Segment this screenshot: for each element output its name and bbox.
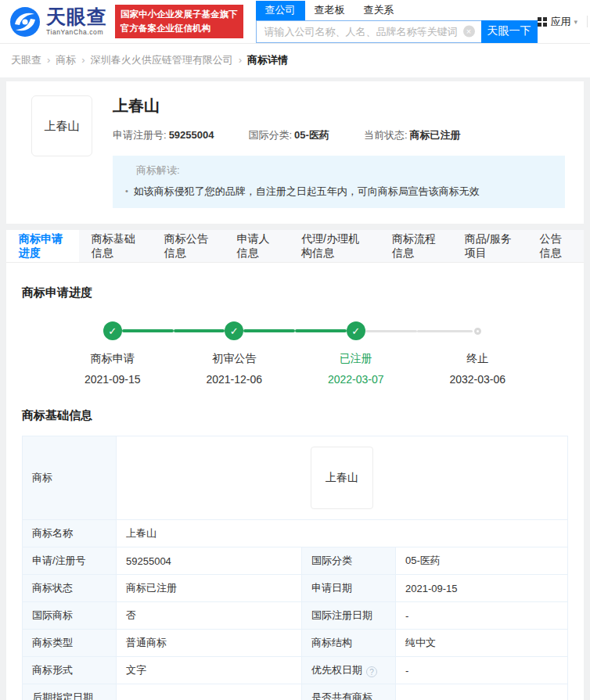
progress-timeline: ✓商标申请2021-09-15✓初审公告2021-12-06✓已注册2022-0… xyxy=(22,321,568,386)
table-value-text: 05-医药 xyxy=(405,555,441,566)
basic-info-table: 商标上春山商标名称上春山申请/注册号59255004国际分类05-医药商标状态商… xyxy=(22,436,568,700)
search-type-tab[interactable]: 查公司 xyxy=(256,1,305,20)
divider xyxy=(587,16,588,27)
page-title: 上春山 xyxy=(113,95,565,117)
table-label-text: 商标名称 xyxy=(32,527,73,539)
summary-info-label: 当前状态: xyxy=(364,129,408,141)
table-label-cell: 国际分类 xyxy=(302,547,396,575)
table-label-text: 优先权日期 xyxy=(311,664,362,676)
search-button[interactable]: 天眼一下 xyxy=(481,20,538,43)
search-area: 查公司查老板查关系 × 天眼一下 xyxy=(256,1,538,43)
main-tab[interactable]: 公告信息 xyxy=(527,230,584,262)
timeline-connector xyxy=(417,330,473,332)
chevron-down-icon: ▾ xyxy=(574,18,578,26)
summary-info-value: 05-医药 xyxy=(294,129,329,141)
table-value-cell: 商标已注册 xyxy=(117,575,302,602)
table-value-cell: 文字 xyxy=(117,657,302,684)
table-label-text: 商标类型 xyxy=(32,637,73,648)
breadcrumb-link[interactable]: 天眼查 xyxy=(11,54,41,66)
table-label-text: 商标形式 xyxy=(32,664,73,676)
table-label-text: 国际分类 xyxy=(311,555,352,566)
timeline-step-name: 已注册 xyxy=(295,352,417,366)
logo-title: 天眼查 xyxy=(46,7,107,27)
table-row: 后期指定日期?-是否共有商标?否 xyxy=(23,684,568,700)
logo-subtitle: TianYanCha.com xyxy=(46,29,107,36)
timeline-connector xyxy=(295,329,347,332)
timeline-dot-row: ✓ xyxy=(295,321,417,340)
trademark-thumbnail: 上春山 xyxy=(31,95,92,156)
table-label-text: 商标状态 xyxy=(32,582,73,594)
table-value-text: 普通商标 xyxy=(126,637,167,648)
main-tab[interactable]: 代理/办理机构信息 xyxy=(289,230,380,262)
table-value-cell: - xyxy=(117,684,302,700)
table-label-text: 申请/注册号 xyxy=(32,555,86,566)
table-label-text: 是否共有商标 xyxy=(311,691,372,700)
table-value-cell: 上春山 xyxy=(117,436,568,520)
timeline-connector xyxy=(174,329,225,332)
clear-icon[interactable]: × xyxy=(463,26,475,38)
table-value-cell: 纯中文 xyxy=(396,630,568,657)
table-label-cell: 商标名称 xyxy=(23,520,117,547)
table-label-cell: 商标状态 xyxy=(23,575,117,602)
table-row: 商标类型普通商标商标结构纯中文 xyxy=(23,630,568,657)
search-type-tabs: 查公司查老板查关系 xyxy=(256,1,538,20)
main-tab[interactable]: 申请人信息 xyxy=(224,230,289,262)
summary-info-pair: 国际分类:05-医药 xyxy=(248,128,329,142)
table-row: 商标名称上春山 xyxy=(23,520,568,547)
breadcrumb-current: 商标详情 xyxy=(247,54,288,66)
badge-line-1: 国家中小企业发展子基金旗下 xyxy=(121,8,238,21)
trademark-summary-card: 上春山 上春山 申请注册号:59255004国际分类:05-医药当前状态:商标已… xyxy=(6,81,584,224)
timeline-step-name: 初审公告 xyxy=(174,352,296,366)
badge-line-2: 官方备案企业征信机构 xyxy=(121,22,238,35)
help-icon[interactable]: ? xyxy=(366,666,377,677)
timeline-step-date: 2032-03-06 xyxy=(417,373,539,386)
table-value-text: - xyxy=(405,665,408,677)
timeline-step: ✓初审公告2021-12-06 xyxy=(174,321,296,386)
main-tab[interactable]: 商标公告信息 xyxy=(152,230,225,262)
main-tab[interactable]: 商品/服务项目 xyxy=(452,230,527,262)
summary-info-label: 申请注册号: xyxy=(113,129,167,141)
table-label-text: 后期指定日期 xyxy=(32,691,93,700)
check-circle-icon: ✓ xyxy=(347,321,365,340)
main-tab[interactable]: 商标基础信息 xyxy=(79,230,152,262)
table-label-cell: 商标结构 xyxy=(302,630,396,657)
table-value-cell: - xyxy=(396,602,568,630)
table-label-cell: 商标形式 xyxy=(23,657,117,684)
apps-menu-label: 应用 xyxy=(551,15,571,29)
check-circle-icon: ✓ xyxy=(103,321,122,340)
header-right-menu: 应用 ▾ 合作通道 ▾ xyxy=(538,15,590,29)
main-tab[interactable]: 商标申请进度 xyxy=(6,230,79,262)
basic-section-heading: 商标基础信息 xyxy=(22,386,568,423)
search-type-tab[interactable]: 查老板 xyxy=(305,1,354,20)
apps-menu[interactable]: 应用 ▾ xyxy=(538,15,578,29)
breadcrumb-link[interactable]: 商标 xyxy=(56,54,76,66)
breadcrumb: 天眼查›商标›深圳春火火供应链管理有限公司›商标详情 xyxy=(0,44,590,77)
table-value-cell: 上春山 xyxy=(117,520,568,547)
progress-section-heading: 商标申请进度 xyxy=(22,263,568,300)
table-row: 商标状态商标已注册申请日期2021-09-15 xyxy=(23,575,568,602)
timeline-step: ✓商标申请2021-09-15 xyxy=(52,321,174,386)
summary-info-value: 商标已注册 xyxy=(410,129,461,141)
summary-info-label: 国际分类: xyxy=(248,129,292,141)
table-label-text: 商标 xyxy=(32,472,52,483)
tianyancha-logo[interactable]: 天眼查 TianYanCha.com xyxy=(9,6,107,38)
search-input[interactable] xyxy=(256,20,481,43)
apps-grid-icon xyxy=(538,17,547,27)
table-value-cell: 05-医药 xyxy=(396,547,568,575)
tianyancha-eye-icon xyxy=(9,6,41,38)
breadcrumb-link[interactable]: 深圳春火火供应链管理有限公司 xyxy=(91,54,233,66)
table-row: 商标形式文字优先权日期?- xyxy=(23,657,568,684)
table-value-cell: 否 xyxy=(117,602,302,630)
timeline-connector xyxy=(243,329,295,332)
trademark-detail-card: 商标申请进度商标基础信息商标公告信息申请人信息代理/办理机构信息商标流程信息商品… xyxy=(6,230,584,700)
main-tab[interactable]: 商标流程信息 xyxy=(380,230,452,262)
timeline-step-date: 2021-12-06 xyxy=(174,373,296,386)
table-row: 国际商标否国际注册日期- xyxy=(23,602,568,630)
check-circle-icon: ✓ xyxy=(225,321,243,340)
search-type-tab[interactable]: 查关系 xyxy=(354,1,404,20)
table-value-text: 商标已注册 xyxy=(126,582,177,594)
trademark-tip-box: 商标解读: •如该商标侵犯了您的品牌，自注册之日起五年内，可向商标局宣告该商标无… xyxy=(113,156,565,208)
detail-tabbar: 商标申请进度商标基础信息商标公告信息申请人信息代理/办理机构信息商标流程信息商品… xyxy=(6,230,584,263)
table-label-text: 国际注册日期 xyxy=(311,609,372,621)
summary-info-row: 申请注册号:59255004国际分类:05-医药当前状态:商标已注册 xyxy=(113,128,565,142)
